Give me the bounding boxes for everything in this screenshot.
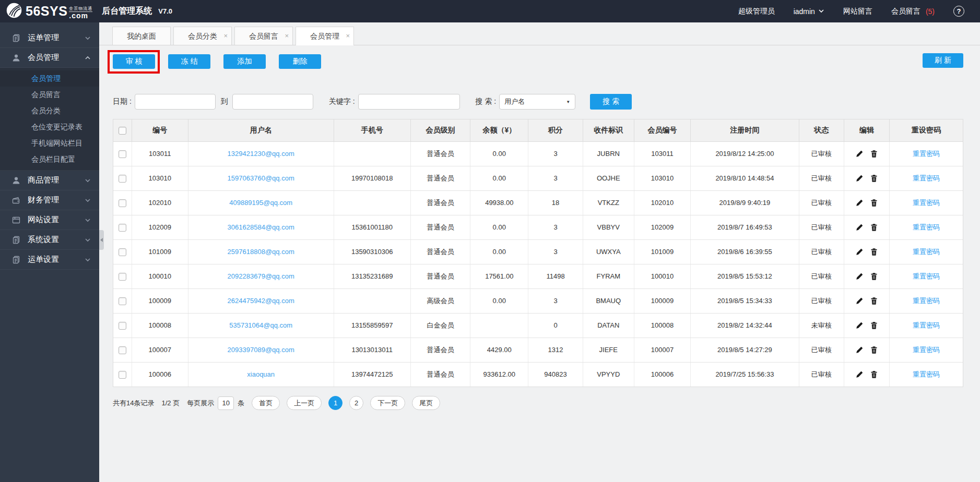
sidebar-item-会员管理[interactable]: 会员管理 — [0, 48, 99, 68]
sidebar-item-商品管理[interactable]: 商品管理 — [0, 171, 99, 190]
tab-会员分类[interactable]: 会员分类× — [173, 27, 232, 45]
chevron-up-icon — [85, 55, 91, 61]
per-page-input[interactable]: 10 — [218, 396, 234, 410]
delete-trash-icon[interactable] — [871, 248, 877, 256]
reset-password-link[interactable]: 重置密码 — [913, 174, 940, 182]
refresh-button[interactable]: 刷 新 — [923, 53, 963, 68]
reset-password-link[interactable]: 重置密码 — [913, 199, 940, 207]
sidebar-item-运单设置[interactable]: 运单设置 — [0, 250, 99, 270]
username-link[interactable]: 1329421230@qq.com — [228, 150, 294, 158]
reset-password-link[interactable]: 重置密码 — [913, 346, 940, 354]
username-link[interactable]: 1597063760@qq.com — [228, 174, 294, 182]
delete-trash-icon[interactable] — [871, 297, 877, 305]
tab-label: 会员留言 — [249, 32, 278, 40]
action-button-删除[interactable]: 删除 — [279, 54, 321, 69]
action-button-冻结[interactable]: 冻 结 — [168, 54, 210, 69]
pagination-next-button[interactable]: 下一页 — [370, 396, 405, 410]
sidebar-item-网站设置[interactable]: 网站设置 — [0, 210, 99, 230]
username-link[interactable]: xiaoquan — [247, 370, 275, 378]
date-from-input[interactable] — [135, 94, 216, 110]
pagination-page-2[interactable]: 2 — [349, 396, 363, 410]
pagination-prev-button[interactable]: 上一页 — [287, 396, 322, 410]
action-button-审核[interactable]: 审 核 — [113, 54, 155, 69]
cell-edit — [844, 313, 889, 338]
username-link[interactable]: 3061628584@qq.com — [228, 223, 294, 231]
username-link[interactable]: 409889195@qq.com — [229, 199, 292, 207]
row-checkbox[interactable] — [119, 175, 126, 183]
delete-trash-icon[interactable] — [871, 346, 877, 354]
tab-我的桌面[interactable]: 我的桌面 — [112, 27, 171, 45]
row-checkbox[interactable] — [119, 199, 126, 207]
sidebar-subitem-手机端网站栏目[interactable]: 手机端网站栏目 — [0, 135, 99, 151]
row-checkbox[interactable] — [119, 224, 126, 232]
search-type-select[interactable]: 用户名 ▼ — [499, 94, 575, 110]
tab-close-icon[interactable]: × — [285, 27, 289, 45]
edit-pencil-icon[interactable] — [856, 248, 863, 256]
sidebar-subitem-会员栏目配置[interactable]: 会员栏目配置 — [0, 151, 99, 167]
edit-pencil-icon[interactable] — [856, 199, 863, 207]
edit-pencil-icon[interactable] — [856, 150, 863, 158]
row-checkbox[interactable] — [119, 273, 126, 281]
edit-pencil-icon[interactable] — [856, 175, 863, 182]
reset-password-link[interactable]: 重置密码 — [913, 370, 940, 378]
cell-registered: 2019/8/5 15:34:33 — [691, 288, 799, 313]
nav-member-messages[interactable]: 会员留言 (5) — [891, 7, 935, 16]
sidebar-subitem-会员留言[interactable]: 会员留言 — [0, 87, 99, 103]
username-link[interactable]: 2092283679@qq.com — [228, 272, 294, 280]
edit-pencil-icon[interactable] — [856, 297, 863, 305]
edit-pencil-icon[interactable] — [856, 346, 863, 354]
reset-password-link[interactable]: 重置密码 — [913, 272, 940, 280]
delete-trash-icon[interactable] — [871, 224, 877, 231]
edit-pencil-icon[interactable] — [856, 371, 863, 378]
username-link[interactable]: 2624475942@qq.com — [228, 297, 294, 305]
delete-trash-icon[interactable] — [871, 150, 877, 158]
tab-close-icon[interactable]: × — [346, 27, 350, 45]
tab-会员管理[interactable]: 会员管理× — [296, 27, 354, 45]
date-to-input[interactable] — [232, 94, 313, 110]
edit-pencil-icon[interactable] — [856, 273, 863, 280]
sidebar-subitem-会员分类[interactable]: 会员分类 — [0, 103, 99, 119]
user-menu[interactable]: iadmin — [794, 7, 824, 16]
reset-password-link[interactable]: 重置密码 — [913, 223, 940, 231]
help-icon[interactable]: ? — [953, 6, 964, 17]
sidebar-item-系统设置[interactable]: 系统设置 — [0, 230, 99, 250]
delete-trash-icon[interactable] — [871, 199, 877, 207]
chevron-down-icon — [85, 217, 91, 223]
delete-trash-icon[interactable] — [871, 273, 877, 280]
action-button-添加[interactable]: 添加 — [223, 54, 266, 69]
sidebar-subitem-会员管理[interactable]: 会员管理 — [0, 70, 99, 87]
row-checkbox[interactable] — [119, 322, 126, 330]
row-checkbox[interactable] — [119, 346, 126, 354]
tab-会员留言[interactable]: 会员留言× — [234, 27, 293, 45]
sidebar-subitem-仓位变更记录表[interactable]: 仓位变更记录表 — [0, 119, 99, 135]
username-link[interactable]: 2597618808@qq.com — [228, 248, 294, 256]
row-checkbox[interactable] — [119, 150, 126, 158]
username-link[interactable]: 2093397089@qq.com — [228, 346, 294, 354]
nav-site-messages[interactable]: 网站留言 — [843, 7, 872, 16]
delete-trash-icon[interactable] — [871, 322, 877, 329]
sidebar-item-财务管理[interactable]: 财务管理 — [0, 190, 99, 210]
reset-password-link[interactable]: 重置密码 — [913, 150, 940, 158]
delete-trash-icon[interactable] — [871, 175, 877, 182]
search-button[interactable]: 搜 索 — [590, 94, 632, 110]
pagination-last-button[interactable]: 尾页 — [412, 396, 440, 410]
tab-close-icon[interactable]: × — [223, 27, 228, 45]
sidebar-collapse-handle[interactable] — [99, 230, 104, 250]
edit-pencil-icon[interactable] — [856, 224, 863, 231]
row-checkbox[interactable] — [119, 248, 126, 256]
pagination-page-1[interactable]: 1 — [328, 396, 343, 410]
sidebar-item-运单管理[interactable]: 运单管理 — [0, 28, 99, 48]
select-all-checkbox[interactable] — [119, 127, 126, 135]
cell-balance: 0.00 — [470, 288, 528, 313]
edit-pencil-icon[interactable] — [856, 322, 863, 329]
username-link[interactable]: 535731064@qq.com — [229, 321, 292, 329]
reset-password-link[interactable]: 重置密码 — [913, 248, 940, 256]
keyword-input[interactable] — [358, 94, 460, 110]
delete-trash-icon[interactable] — [871, 371, 877, 378]
pagination-first-button[interactable]: 首页 — [252, 396, 280, 410]
row-checkbox[interactable] — [119, 297, 126, 305]
reset-password-link[interactable]: 重置密码 — [913, 297, 940, 305]
row-checkbox[interactable] — [119, 371, 126, 379]
reset-password-link[interactable]: 重置密码 — [913, 321, 940, 329]
cell-status: 已审核 — [799, 288, 844, 313]
